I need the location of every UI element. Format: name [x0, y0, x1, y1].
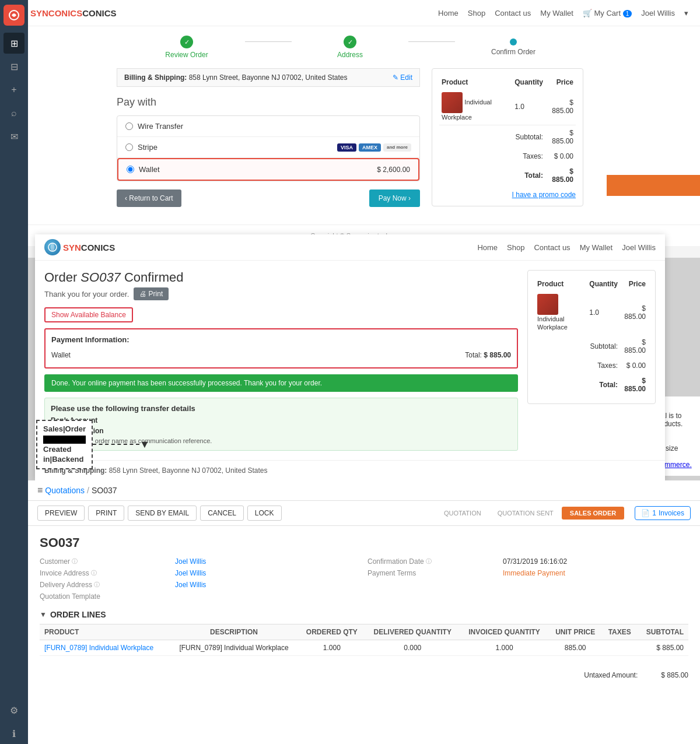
step-review-circle: ✓ — [180, 36, 193, 48]
invoice-address-value[interactable]: Joel Willis — [175, 569, 360, 577]
fields-grid: Customer ⓘ Joel Willis Confirmation Date… — [40, 557, 688, 601]
return-to-cart-button[interactable]: ‹ Return to Cart — [117, 189, 181, 207]
confirmed-subtitle: Thank you for your order. 🖨 Print — [44, 287, 518, 300]
order-lines-section-header[interactable]: ▼ ORDER LINES — [40, 610, 688, 619]
step-address: ✓ Address — [292, 36, 408, 59]
nav-home[interactable]: Home — [438, 9, 459, 17]
product-link[interactable]: [FURN_0789] Individual Workplace — [44, 644, 153, 652]
print-backend-button[interactable]: PRINT — [88, 506, 124, 521]
taxes-row: Taxes: $ 0.00 — [439, 149, 576, 164]
step-confirm: Confirm Order — [455, 38, 572, 56]
confirmed-logo-text: SYNCONICS — [63, 243, 115, 252]
td-taxes — [602, 640, 637, 656]
conf-product-name: Individual Workplace — [537, 315, 568, 331]
pipeline-quotation-sent[interactable]: QUOTATION SENT — [489, 507, 562, 520]
payment-terms-value[interactable]: Immediate Payment — [503, 569, 688, 577]
nav-my-wallet[interactable]: My Wallet — [540, 9, 573, 17]
payment-option-wallet[interactable]: Wallet $ 2,600.00 — [117, 158, 419, 181]
payment-total: Total: $ 885.00 — [465, 351, 511, 359]
conf-col-price: Price — [620, 278, 648, 290]
invoices-badge[interactable]: 📄 1 Invoices — [635, 506, 691, 520]
sales-created-annotation: Sales|Order Created in|Backend — [36, 420, 93, 469]
svg-point-4 — [51, 243, 55, 251]
print-button[interactable]: 🖨 Print — [134, 287, 169, 300]
th-product: PRODUCT — [40, 624, 169, 640]
stripe-radio[interactable] — [125, 143, 133, 151]
th-delivered-qty: DELIVERED QUANTITY — [365, 624, 460, 640]
more-cards-icon: and more — [383, 143, 411, 152]
wallet-label: Wallet — [139, 165, 160, 174]
conf-product-price: $ 885.00 — [620, 290, 648, 335]
confirmed-right: Product Quantity Price Individual Workpl… — [527, 270, 656, 451]
conf-subtotal-row: Subtotal: $ 885.00 — [535, 335, 648, 358]
sidebar-icon-grid[interactable]: ⊟ — [4, 56, 24, 77]
cancel-button[interactable]: CANCEL — [200, 506, 244, 521]
pay-now-button[interactable]: Pay Now › — [369, 189, 420, 207]
conf-product-qty: 1.0 — [587, 290, 620, 335]
conf-nav-user[interactable]: Joel Willis — [622, 243, 656, 252]
th-ordered-qty: ORDERED QTY — [299, 624, 365, 640]
breadcrumb-current: SO037 — [92, 486, 117, 495]
breadcrumb-quotations-link[interactable]: Quotations — [45, 486, 85, 495]
taxes-label: Taxes: — [439, 149, 545, 164]
billing-label: Billing & Shipping: — [124, 73, 187, 82]
wire-radio[interactable] — [125, 122, 133, 130]
hamburger-icon[interactable]: ≡ — [37, 485, 43, 496]
show-balance-button[interactable]: Show Available Balance — [44, 307, 133, 322]
payment-option-wire[interactable]: Wire Transfer — [117, 116, 419, 137]
customer-field-value[interactable]: Joel Willis — [175, 557, 360, 566]
edit-billing-link[interactable]: ✎ Edit — [393, 73, 412, 82]
bottom-totals: Untaxed Amount: $ 885.00 — [28, 665, 700, 685]
nav-shop[interactable]: Shop — [468, 9, 485, 17]
stripe-label: Stripe — [138, 143, 158, 152]
order-summary: Product Quantity Price Individual Workpl — [432, 68, 583, 206]
payment-info-row: Wallet Total: $ 885.00 — [51, 349, 511, 362]
sidebar-icon-search[interactable]: ⌕ — [4, 103, 24, 124]
breadcrumb: ≡ Quotations / SO037 — [37, 485, 117, 496]
wallet-radio[interactable] — [127, 166, 134, 173]
nav-contact[interactable]: Contact us — [495, 9, 531, 17]
payment-option-stripe[interactable]: Stripe VISA AMEX and more — [117, 137, 419, 158]
nav-user[interactable]: Joel Willis — [641, 9, 675, 17]
subtotal-label: Subtotal: — [439, 125, 545, 149]
promo-code-link[interactable]: I have a promo code — [439, 191, 576, 199]
sidebar-icon-plus[interactable]: + — [4, 79, 24, 100]
pay-with-title: Pay with — [117, 96, 420, 108]
th-unit-price: UNIT PRICE — [548, 624, 602, 640]
pipeline-sales-order[interactable]: SALES ORDER — [562, 507, 624, 520]
td-ordered-qty: 1.000 — [299, 640, 365, 656]
invoice-address-label: Invoice Address ⓘ — [40, 569, 168, 577]
lock-button[interactable]: LOCK — [247, 506, 282, 521]
product-row: Individual Workplace 1.0 $ 885.00 — [439, 89, 576, 125]
step-confirm-label: Confirm Order — [491, 48, 536, 56]
table-row: [FURN_0789] Individual Workplace [FURN_0… — [40, 640, 688, 656]
step-address-circle: ✓ — [344, 36, 356, 48]
conf-nav-home[interactable]: Home — [477, 243, 498, 252]
preview-button[interactable]: PREVIEW — [37, 506, 85, 521]
delivery-address-value[interactable]: Joel Willis — [175, 581, 360, 589]
backend-topbar: ≡ Quotations / SO037 — [28, 480, 700, 501]
product-qty: 1.0 — [512, 89, 545, 125]
pipeline-quotation[interactable]: QUOTATION — [436, 507, 489, 520]
td-invoiced-qty: 1.000 — [460, 640, 549, 656]
order-ref: SO037 — [80, 270, 121, 285]
sidebar-icon-info[interactable]: ℹ — [4, 723, 24, 744]
stripe-icons: VISA AMEX and more — [337, 143, 411, 152]
conf-nav-shop[interactable]: Shop — [507, 243, 524, 252]
billing-address: 858 Lynn Street, Bayonne NJ 07002, Unite… — [189, 73, 348, 82]
record-content: SO037 Customer ⓘ Joel Willis Confirmatio… — [28, 526, 700, 665]
step-line-2 — [408, 41, 455, 42]
send-by-email-button[interactable]: SEND BY EMAIL — [128, 506, 197, 521]
payment-options: Wire Transfer Stripe VISA AMEX and more — [117, 115, 420, 181]
payment-info-box: Payment Information: Wallet Total: $ 885… — [44, 328, 518, 369]
sidebar-icon-apps[interactable]: ⊞ — [4, 33, 24, 54]
sidebar-icon-mail[interactable]: ✉ — [4, 126, 24, 147]
sidebar-icon-settings[interactable]: ⚙ — [4, 700, 24, 721]
order-lines-title: ORDER LINES — [50, 610, 106, 619]
ecommerce-header: SYNCONICSCONICS Home Shop Contact us My … — [0, 0, 700, 26]
dashed-arrow: ▼ — [93, 438, 150, 451]
conf-nav-wallet[interactable]: My Wallet — [580, 243, 613, 252]
sidebar-logo — [4, 5, 24, 26]
conf-nav-contact[interactable]: Contact us — [534, 243, 570, 252]
nav-my-cart[interactable]: 🛒 My Cart 1 — [583, 9, 632, 17]
